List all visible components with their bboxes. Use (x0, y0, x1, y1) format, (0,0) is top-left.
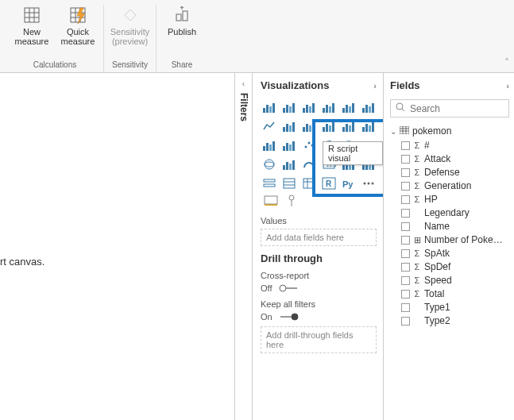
keep-filters-toggle[interactable] (279, 313, 300, 321)
viz-kpi-icon[interactable] (360, 156, 377, 172)
viz-ribbon-icon[interactable] (360, 118, 377, 134)
field-checkbox[interactable] (401, 317, 410, 326)
viz-funnel-icon[interactable] (280, 137, 298, 153)
chevron-left-icon[interactable]: ‹ (242, 79, 245, 88)
fields-search-box[interactable] (390, 99, 509, 118)
viz-100-bar-icon[interactable] (340, 99, 357, 115)
field-checkbox[interactable] (401, 182, 410, 191)
field-checkbox[interactable] (401, 263, 410, 272)
svg-rect-57 (372, 122, 374, 132)
svg-rect-86 (349, 164, 351, 170)
report-canvas[interactable]: rt canvas. (0, 73, 234, 420)
viz-gauge-icon[interactable] (300, 156, 318, 172)
viz-map-icon[interactable] (261, 156, 278, 172)
viz-scatter-icon[interactable] (300, 137, 318, 153)
fields-search-input[interactable] (410, 103, 504, 114)
svg-rect-17 (272, 103, 275, 113)
field-row[interactable]: ΣGeneration (390, 180, 509, 191)
viz-100-col-icon[interactable] (360, 99, 377, 115)
viz-line-col2-icon[interactable] (340, 118, 357, 134)
field-row[interactable]: ΣTotal (390, 288, 509, 299)
field-name: # (424, 140, 430, 151)
sensitivity-button: Sensitivity(preview) (113, 5, 148, 46)
viz-waterfall-icon[interactable] (261, 137, 278, 153)
viz-slicer-icon[interactable] (261, 175, 278, 191)
field-row[interactable]: Name (390, 221, 509, 232)
ribbon-toolbar: Newmeasure Quickmeasure Calculations Sen… (0, 0, 514, 73)
field-row[interactable]: ΣSpAtk (390, 248, 509, 259)
new-measure-button[interactable]: Newmeasure (14, 5, 49, 46)
viz-multi-card-icon[interactable] (340, 156, 357, 172)
viz-filled-map-icon[interactable] (280, 156, 298, 172)
values-field-well[interactable]: Add data fields here (261, 229, 377, 246)
viz-donut-icon[interactable] (340, 137, 357, 153)
viz-area-icon[interactable] (280, 118, 298, 134)
chevron-right-icon[interactable]: › (373, 81, 377, 91)
field-row[interactable]: ΣSpDef (390, 261, 509, 272)
field-row[interactable]: Type2 (390, 315, 509, 326)
field-name: Legendary (424, 207, 470, 218)
drill-through-field-well[interactable]: Add drill-through fields here (261, 326, 377, 353)
svg-point-114 (396, 103, 403, 110)
fields-tab-icon[interactable] (264, 195, 278, 210)
field-checkbox[interactable] (401, 290, 410, 299)
field-row[interactable]: ⊞Number of Poke… (390, 234, 509, 245)
viz-stacked-area-icon[interactable] (300, 118, 318, 134)
viz-clustered-col-icon[interactable] (320, 99, 338, 115)
field-row[interactable]: ΣSpeed (390, 275, 509, 286)
chevron-right-icon[interactable]: › (506, 81, 509, 91)
field-row[interactable]: Type1 (390, 302, 509, 313)
filters-pane-collapsed[interactable]: ‹ Filters (234, 73, 252, 420)
svg-rect-91 (372, 160, 374, 170)
field-checkbox[interactable] (401, 303, 410, 312)
svg-rect-50 (342, 127, 345, 132)
field-checkbox[interactable] (401, 236, 410, 245)
viz-clustered-bar-icon[interactable] (300, 99, 318, 115)
viz-pie-icon[interactable] (320, 137, 338, 153)
values-label: Values (261, 216, 377, 225)
viz-line-icon[interactable] (261, 118, 278, 134)
field-row[interactable]: ΣAttack (390, 153, 509, 164)
svg-rect-24 (309, 106, 311, 113)
field-checkbox[interactable] (401, 209, 410, 218)
field-row[interactable]: ΣHP (390, 194, 509, 205)
viz-matrix-icon[interactable] (300, 175, 318, 191)
ribbon-collapse-chevron-icon[interactable]: ˄ (504, 57, 509, 68)
field-checkbox[interactable] (401, 222, 410, 231)
field-checkbox[interactable] (401, 249, 410, 258)
viz-python-visual-icon[interactable]: Py (340, 175, 357, 191)
chevron-down-icon: ⌄ (390, 127, 396, 136)
field-row[interactable]: Legendary (390, 207, 509, 218)
field-checkbox[interactable] (401, 168, 410, 177)
svg-rect-44 (309, 125, 311, 132)
viz-stacked-col-icon[interactable] (280, 99, 298, 115)
svg-rect-39 (286, 124, 288, 132)
field-checkbox[interactable] (401, 195, 410, 204)
svg-rect-59 (266, 143, 269, 151)
field-row[interactable]: Σ# (390, 140, 509, 151)
field-checkbox[interactable] (401, 141, 410, 150)
svg-rect-63 (286, 143, 288, 151)
svg-rect-85 (346, 162, 348, 170)
field-name: HP (424, 194, 438, 205)
field-checkbox[interactable] (401, 155, 410, 164)
sigma-icon: Σ (413, 154, 421, 164)
quick-measure-button[interactable]: Quickmeasure (60, 5, 95, 46)
format-tab-icon[interactable] (286, 195, 297, 210)
viz-more-icon[interactable] (360, 175, 377, 191)
field-checkbox[interactable] (401, 276, 410, 285)
viz-r-visual-icon[interactable]: R (320, 175, 338, 191)
viz-stacked-bar-icon[interactable] (261, 99, 278, 115)
svg-rect-107 (265, 196, 277, 204)
svg-rect-41 (292, 122, 295, 132)
viz-table-icon[interactable] (280, 175, 298, 191)
publish-button[interactable]: Publish (164, 5, 199, 46)
cross-report-toggle[interactable] (278, 284, 299, 292)
viz-card-icon[interactable]: 123 (320, 156, 338, 172)
table-header-pokemon[interactable]: ⌄ pokemon (390, 125, 509, 137)
ribbon-group-label: Share (172, 59, 193, 72)
viz-line-col-icon[interactable] (320, 118, 338, 134)
viz-treemap-icon[interactable] (360, 137, 377, 153)
field-row[interactable]: ΣDefense (390, 167, 509, 178)
svg-point-105 (372, 183, 374, 185)
